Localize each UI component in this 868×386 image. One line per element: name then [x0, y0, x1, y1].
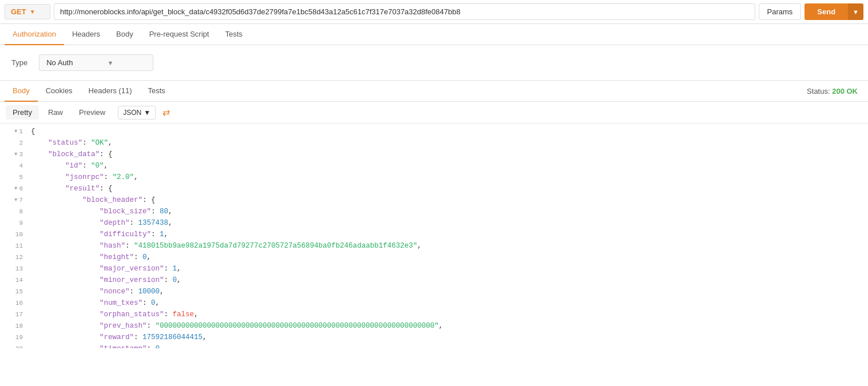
viewer-tab-pretty[interactable]: Pretty: [6, 105, 39, 120]
code-line-content: "status": "OK",: [29, 137, 868, 149]
format-select[interactable]: JSON ▼: [118, 106, 156, 120]
table-row: 17 "orphan_status": false,: [0, 309, 868, 320]
collapse-arrow-icon[interactable]: ▼: [11, 194, 17, 206]
line-number: 20: [0, 343, 29, 348]
line-number: 9: [0, 217, 29, 229]
line-number: 19: [0, 332, 29, 343]
line-number: 14: [0, 274, 29, 286]
send-dropdown-button[interactable]: ▼: [848, 3, 863, 20]
method-chevron-icon: ▼: [30, 9, 35, 15]
table-row: 10 "difficulty": 1,: [0, 229, 868, 240]
format-chevron-icon: ▼: [144, 109, 150, 117]
line-number: 16: [0, 297, 29, 309]
line-number: ▼1: [0, 126, 29, 137]
line-number: 11: [0, 240, 29, 252]
wrap-icon[interactable]: ⇄: [162, 107, 170, 118]
line-number: 10: [0, 229, 29, 240]
table-row: 9 "depth": 1357438,: [0, 217, 868, 229]
code-line-content: "nonce": 10000,: [29, 286, 868, 297]
table-row: 2 "status": "OK",: [0, 137, 868, 149]
code-line-content: "height": 0,: [29, 252, 868, 263]
tab-body-request[interactable]: Body: [108, 24, 141, 45]
table-row: 16 "num_txes": 0,: [0, 297, 868, 309]
table-row: 13 "major_version": 1,: [0, 263, 868, 274]
line-number: 15: [0, 286, 29, 297]
code-line-content: "major_version": 1,: [29, 263, 868, 274]
url-input[interactable]: [54, 3, 755, 20]
table-row: ▼7 "block_header": {: [0, 194, 868, 206]
auth-select-chevron-icon: ▼: [107, 59, 113, 66]
viewer-tabs: Pretty Raw Preview JSON ▼ ⇄: [0, 102, 868, 124]
tab-tests-response[interactable]: Tests: [140, 81, 173, 102]
method-label: GET: [11, 7, 26, 16]
table-row: 18 "prev_hash": "00000000000000000000000…: [0, 320, 868, 332]
format-label: JSON: [123, 109, 141, 117]
viewer-tab-preview[interactable]: Preview: [72, 105, 112, 120]
tab-tests-request[interactable]: Tests: [217, 24, 250, 45]
table-row: 8 "block_size": 80,: [0, 206, 868, 217]
code-line-content: "id": "0",: [29, 160, 868, 172]
collapse-arrow-icon[interactable]: ▼: [11, 126, 17, 137]
code-line-content: "difficulty": 1,: [29, 229, 868, 240]
auth-select-value: No Auth: [46, 58, 73, 67]
code-line-content: "orphan_status": false,: [29, 309, 868, 320]
collapse-arrow-icon[interactable]: ▼: [11, 149, 17, 160]
code-line-content: "block_header": {: [29, 194, 868, 206]
line-number: ▼7: [0, 194, 29, 206]
top-bar: GET ▼ Params Send ▼: [0, 0, 868, 24]
params-button[interactable]: Params: [759, 3, 802, 20]
table-row: 12 "height": 0,: [0, 252, 868, 263]
table-row: 5 "jsonrpc": "2.0",: [0, 172, 868, 183]
table-row: 14 "minor_version": 0,: [0, 274, 868, 286]
tab-body-response[interactable]: Body: [5, 81, 38, 102]
table-row: ▼1{: [0, 126, 868, 137]
viewer-tab-raw[interactable]: Raw: [41, 105, 70, 120]
send-button[interactable]: Send: [804, 3, 848, 20]
code-line-content: "prev_hash": "00000000000000000000000000…: [29, 320, 868, 332]
line-number: 8: [0, 206, 29, 217]
table-row: ▼6 "result": {: [0, 183, 868, 194]
line-number: 17: [0, 309, 29, 320]
tab-prerequest[interactable]: Pre-request Script: [141, 24, 217, 45]
code-line-content: "result": {: [29, 183, 868, 194]
status-area: Status: 200 OK: [807, 87, 863, 95]
tab-cookies[interactable]: Cookies: [38, 81, 81, 102]
line-number: ▼3: [0, 149, 29, 160]
code-line-content: "num_txes": 0,: [29, 297, 868, 309]
line-number: 18: [0, 320, 29, 332]
method-select[interactable]: GET ▼: [5, 4, 50, 19]
code-line-content: "minor_version": 0,: [29, 274, 868, 286]
code-line-content: "timestamp": 0: [29, 343, 868, 348]
type-label: Type: [11, 58, 27, 67]
code-area: ▼1{2 "status": "OK",▼3 "block_data": {4 …: [0, 124, 868, 348]
tab-headers-response[interactable]: Headers (11): [81, 81, 140, 102]
code-line-content: "block_data": {: [29, 149, 868, 160]
line-number: 12: [0, 252, 29, 263]
auth-type-select[interactable]: No Auth ▼: [39, 54, 153, 71]
status-value: 200 OK: [832, 87, 858, 95]
table-row: 15 "nonce": 10000,: [0, 286, 868, 297]
table-row: 19 "reward": 17592186044415,: [0, 332, 868, 343]
tab-headers[interactable]: Headers: [64, 24, 108, 45]
table-row: ▼3 "block_data": {: [0, 149, 868, 160]
line-number: 13: [0, 263, 29, 274]
code-line-content: "jsonrpc": "2.0",: [29, 172, 868, 183]
table-row: 20 "timestamp": 0: [0, 343, 868, 348]
send-btn-group: Send ▼: [804, 3, 863, 20]
code-line-content: "depth": 1357438,: [29, 217, 868, 229]
line-number: 4: [0, 160, 29, 172]
tab-authorization[interactable]: Authorization: [5, 24, 64, 45]
status-label: Status:: [807, 87, 830, 95]
code-line-content: "reward": 17592186044415,: [29, 332, 868, 343]
line-number: ▼6: [0, 183, 29, 194]
code-line-content: {: [29, 126, 868, 137]
collapse-arrow-icon[interactable]: ▼: [11, 183, 17, 194]
code-line-content: "hash": "418015bb9ae982a1975da7d79277c27…: [29, 240, 868, 252]
code-line-content: "block_size": 80,: [29, 206, 868, 217]
table-row: 11 "hash": "418015bb9ae982a1975da7d79277…: [0, 240, 868, 252]
line-number: 2: [0, 137, 29, 149]
line-number: 5: [0, 172, 29, 183]
auth-section: Type No Auth ▼: [0, 45, 868, 81]
table-row: 4 "id": "0",: [0, 160, 868, 172]
request-tabs: Authorization Headers Body Pre-request S…: [0, 24, 868, 45]
